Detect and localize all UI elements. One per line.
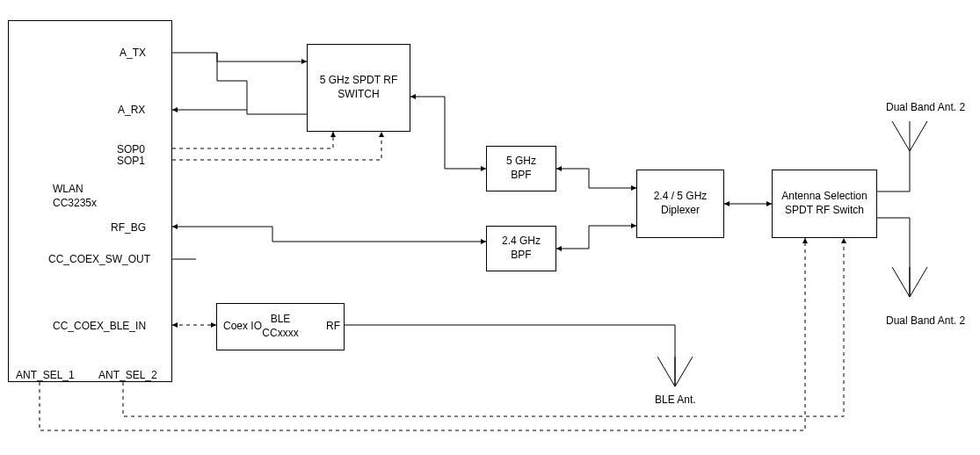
bpf-24ghz-label: 2.4 GHz BPF bbox=[502, 235, 541, 262]
bpf-5ghz-label: 5 GHz BPF bbox=[506, 155, 536, 182]
pin-ant-sel-1: ANT_SEL_1 bbox=[16, 369, 75, 381]
antenna-switch-label: Antenna Selection SPDT RF Switch bbox=[781, 190, 867, 217]
switch-5ghz-label: 5 GHz SPDT RF SWITCH bbox=[320, 74, 397, 101]
ble-ant-label: BLE Ant. bbox=[655, 394, 696, 406]
ble-coex-io: Coex IO bbox=[223, 320, 262, 332]
pin-a-rx: A_RX bbox=[118, 104, 145, 116]
wlan-title: WLAN CC3235x bbox=[53, 183, 97, 210]
bpf-24ghz-block: 2.4 GHz BPF bbox=[486, 226, 556, 271]
bpf-5ghz-block: 5 GHz BPF bbox=[486, 146, 556, 191]
diplexer-block: 2.4 / 5 GHz Diplexer bbox=[636, 170, 724, 238]
pin-rf-bg: RF_BG bbox=[111, 221, 146, 234]
antenna-switch-block: Antenna Selection SPDT RF Switch bbox=[772, 170, 877, 238]
dual-band-ant-bottom-label: Dual Band Ant. 2 bbox=[886, 314, 965, 327]
dual-band-ant-top-label: Dual Band Ant. 2 bbox=[886, 101, 965, 113]
switch-5ghz-block: 5 GHz SPDT RF SWITCH bbox=[307, 44, 410, 132]
ble-label: BLE CCxxxx bbox=[262, 313, 298, 340]
pin-sop1: SOP1 bbox=[117, 155, 145, 167]
pin-sop0: SOP0 bbox=[117, 143, 145, 155]
ble-rf: RF bbox=[326, 320, 340, 332]
pin-coex-sw-out: CC_COEX_SW_OUT bbox=[48, 253, 150, 265]
diplexer-label: 2.4 / 5 GHz Diplexer bbox=[654, 190, 708, 217]
pin-coex-ble-in: CC_COEX_BLE_IN bbox=[53, 320, 146, 332]
pin-a-tx: A_TX bbox=[120, 47, 146, 59]
pin-ant-sel-2: ANT_SEL_2 bbox=[98, 369, 157, 381]
